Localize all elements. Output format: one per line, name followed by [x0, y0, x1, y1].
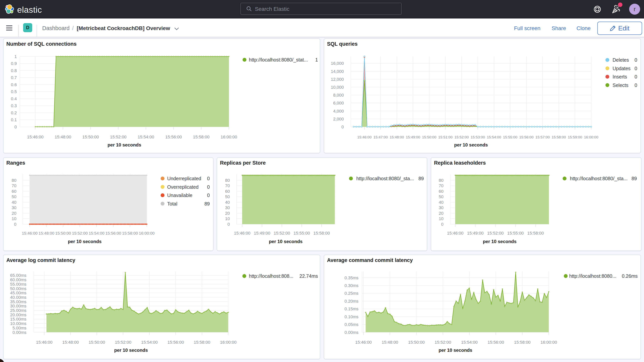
svg-text:15:58:00: 15:58:00 [552, 135, 566, 139]
svg-text:12,000: 12,000 [331, 77, 344, 82]
svg-text:1: 1 [315, 57, 318, 62]
svg-text:15:46:00: 15:46:00 [357, 135, 372, 139]
svg-text:15:48:00: 15:48:00 [55, 134, 71, 139]
svg-text:10: 10 [225, 216, 230, 221]
svg-text:per 10 seconds: per 10 seconds [108, 142, 141, 148]
svg-text:70: 70 [439, 183, 444, 188]
svg-text:0.8: 0.8 [11, 68, 17, 73]
svg-text:per 10 seconds: per 10 seconds [483, 239, 516, 244]
svg-text:15:50:00: 15:50:00 [422, 135, 436, 139]
svg-text:30: 30 [12, 205, 16, 210]
svg-text:30: 30 [439, 205, 444, 210]
svg-text:15:52:00: 15:52:00 [274, 231, 290, 236]
svg-text:0: 0 [207, 176, 210, 181]
svg-text:per 10 seconds: per 10 seconds [68, 239, 102, 244]
svg-text:14,000: 14,000 [331, 69, 344, 74]
svg-text:0: 0 [441, 222, 444, 227]
svg-text:15:46:00: 15:46:00 [36, 340, 53, 345]
svg-text:Deletes: Deletes [612, 57, 629, 63]
svg-text:15:46:00: 15:46:00 [355, 340, 372, 345]
svg-text:0.00ms: 0.00ms [12, 330, 26, 335]
svg-text:0: 0 [634, 74, 637, 80]
svg-text:80: 80 [225, 178, 230, 183]
svg-text:15:58:00: 15:58:00 [193, 134, 210, 139]
svg-text:80: 80 [12, 178, 16, 183]
svg-text:60.00ms: 60.00ms [10, 278, 26, 282]
svg-text:60: 60 [12, 189, 16, 194]
svg-text:15:49:00: 15:49:00 [406, 135, 420, 139]
svg-text:10: 10 [12, 216, 16, 221]
svg-text:16:00:00: 16:00:00 [220, 134, 237, 139]
svg-text:0: 0 [207, 192, 210, 198]
svg-text:15:48:00: 15:48:00 [62, 340, 79, 345]
svg-text:0.7: 0.7 [11, 75, 17, 80]
svg-text:16:00:00: 16:00:00 [584, 135, 598, 139]
svg-text:4,000: 4,000 [333, 109, 344, 114]
svg-text:6,000: 6,000 [333, 100, 344, 106]
svg-text:0.26ms: 0.26ms [622, 273, 638, 279]
svg-text:89: 89 [632, 176, 637, 181]
svg-text:0: 0 [14, 222, 16, 227]
svg-text:15:47:00: 15:47:00 [374, 135, 388, 139]
svg-text:70: 70 [225, 183, 230, 188]
svg-text:0: 0 [634, 82, 637, 88]
svg-text:http://localhost:8080/_sta...: http://localhost:8080/_sta... [570, 176, 628, 181]
svg-text:15:50:00: 15:50:00 [82, 134, 99, 139]
svg-text:0.20ms: 0.20ms [344, 299, 358, 304]
svg-text:http://localhost:8080...: http://localhost:8080... [569, 273, 616, 279]
svg-text:0.10ms: 0.10ms [344, 314, 358, 319]
svg-text:15:55:00: 15:55:00 [507, 231, 524, 236]
svg-text:15:58:00: 15:58:00 [313, 231, 330, 236]
svg-text:10: 10 [439, 216, 444, 221]
svg-text:15:58:00: 15:58:00 [194, 340, 210, 345]
svg-text:15:52:00: 15:52:00 [487, 231, 504, 236]
svg-text:15:48:00: 15:48:00 [382, 340, 398, 345]
svg-text:0: 0 [342, 124, 344, 129]
svg-text:16:00:00: 16:00:00 [139, 231, 155, 235]
svg-text:30: 30 [225, 205, 230, 210]
svg-text:15:56:00: 15:56:00 [519, 135, 534, 139]
svg-text:0.6: 0.6 [11, 82, 17, 87]
svg-text:0.05ms: 0.05ms [344, 322, 358, 327]
svg-text:15:54:00: 15:54:00 [89, 231, 104, 235]
svg-text:Overreplicated: Overreplicated [167, 184, 198, 190]
svg-text:20.00ms: 20.00ms [10, 312, 26, 317]
svg-text:15:49:00: 15:49:00 [254, 231, 270, 236]
svg-text:40.00ms: 40.00ms [10, 295, 26, 300]
svg-text:15:52:00: 15:52:00 [110, 134, 126, 139]
svg-text:50.00ms: 50.00ms [10, 286, 26, 291]
svg-text:http://localhost:8080/_stat...: http://localhost:8080/_stat... [249, 57, 308, 62]
svg-text:25.00ms: 25.00ms [10, 308, 26, 313]
svg-text:15:54:00: 15:54:00 [141, 340, 158, 345]
svg-text:16:00:00: 16:00:00 [220, 340, 236, 345]
svg-text:15:57:00: 15:57:00 [536, 135, 550, 139]
svg-text:2,000: 2,000 [333, 116, 344, 122]
svg-text:40: 40 [439, 200, 444, 205]
svg-text:15:48:00: 15:48:00 [38, 231, 54, 235]
svg-text:89: 89 [418, 176, 424, 181]
svg-text:per 10 seconds: per 10 seconds [269, 239, 302, 244]
svg-text:65.00ms: 65.00ms [10, 273, 26, 278]
svg-text:0.30ms: 0.30ms [344, 283, 358, 288]
svg-text:http://localhost:8080/_sta...: http://localhost:8080/_sta... [356, 176, 414, 181]
svg-text:15:46:00: 15:46:00 [22, 231, 38, 235]
svg-text:0: 0 [634, 57, 637, 63]
svg-text:15:54:00: 15:54:00 [487, 135, 501, 139]
svg-text:16:00:00: 16:00:00 [540, 340, 557, 345]
svg-text:15:55:00: 15:55:00 [503, 135, 517, 139]
svg-text:10.00ms: 10.00ms [10, 321, 26, 326]
svg-text:15:50:00: 15:50:00 [408, 340, 425, 345]
svg-text:Inserts: Inserts [612, 74, 627, 80]
svg-text:per 10 seconds: per 10 seconds [439, 348, 472, 353]
svg-text:22.74ms: 22.74ms [300, 273, 318, 279]
svg-text:8,000: 8,000 [333, 93, 344, 98]
svg-text:15:56:00: 15:56:00 [167, 340, 184, 345]
svg-text:0: 0 [207, 184, 210, 190]
svg-text:15:50:00: 15:50:00 [88, 340, 105, 345]
svg-text:20: 20 [225, 211, 230, 216]
svg-text:0.25ms: 0.25ms [344, 291, 358, 296]
svg-text:15:49:00: 15:49:00 [467, 231, 484, 236]
svg-text:per 10 seconds: per 10 seconds [114, 348, 148, 353]
svg-text:0: 0 [14, 124, 17, 129]
svg-text:0.5: 0.5 [11, 89, 17, 94]
